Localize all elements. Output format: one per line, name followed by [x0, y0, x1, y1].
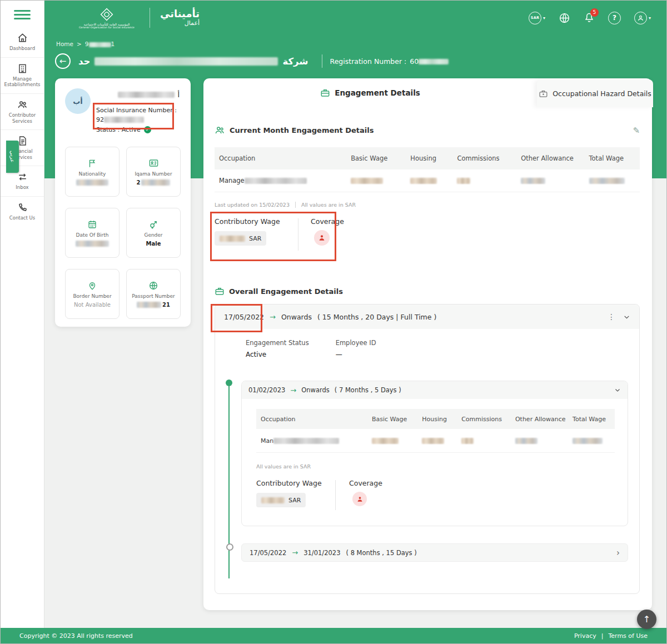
map-pin-icon — [87, 281, 97, 291]
tile-iqama-number: Iqama Number 2 — [126, 147, 181, 197]
kebab-menu-icon[interactable]: ⋮ — [608, 312, 615, 321]
engagement-period-header[interactable]: 17/05/2022 → Onwards ( 15 Months , 20 Da… — [215, 304, 639, 329]
col-total-wage: Total Wage — [585, 154, 640, 162]
sub-period-card-collapsed[interactable]: 17/05/2022 → 31/01/2023 ( 8 Months , 15 … — [241, 543, 628, 562]
overall-section-header: Overall Engagement Details — [215, 286, 640, 296]
arrow-right-icon: → — [292, 548, 298, 557]
gosi-logo-icon — [99, 7, 114, 22]
swap-arrows-icon — [17, 172, 28, 182]
sub-period-detail: ( 7 Months , 5 Days ) — [335, 386, 401, 394]
profile-tiles: Nationality Iqama Number 2 Date Of Birth — [65, 147, 181, 319]
currency-selector[interactable]: SAR ▾ — [529, 12, 545, 24]
period-start-date: 17/05/2022 — [224, 313, 264, 321]
top-header: المؤسسة العامة للتأمينات الاجتماعية Gene… — [44, 1, 667, 35]
coverage-icon — [314, 230, 330, 246]
engagement-status-block: Engagement Status Active Employee ID — — [246, 339, 376, 358]
back-button[interactable]: ← — [55, 53, 71, 69]
engagement-status-label: Engagement Status — [246, 339, 309, 347]
breadcrumb-home[interactable]: Home — [56, 41, 73, 47]
footer-links: Privacy | Terms of Use — [574, 632, 648, 640]
sidebar: Dashboard Manage Establishments Contribu… — [1, 1, 44, 629]
coverage-icon — [352, 492, 367, 506]
table-row: Man — [256, 429, 615, 453]
help-button[interactable]: ? — [608, 12, 621, 24]
gender-icon — [148, 219, 158, 229]
col-commissions: Commissions — [457, 416, 511, 423]
contributory-wage-value: SAR — [215, 231, 266, 246]
contributory-wage-block: Contributory Wage SAR Coverage — [215, 217, 344, 251]
col-other-allowance: Other Allowance — [516, 154, 584, 162]
tile-nationality: Nationality — [65, 147, 120, 197]
last-updated-note: Last updated on 15/02/2023 — [215, 202, 290, 208]
back-arrow-icon: ← — [59, 56, 67, 66]
language-switch-tab[interactable]: عربي — [6, 141, 19, 173]
briefcase-hazard-icon — [539, 89, 548, 98]
col-total-wage: Total Wage — [568, 416, 615, 423]
timeline-dot-past — [226, 543, 233, 551]
tab-occupational-hazard-details[interactable]: Occupational Hazard Details — [537, 79, 653, 107]
chevron-right-icon: › — [616, 548, 620, 558]
engagement-details-card: Engagement Details Current Month Engagem… — [203, 78, 652, 610]
brand-line2: أعمال — [160, 20, 200, 27]
briefcase-icon — [215, 286, 225, 296]
building-icon — [17, 63, 28, 74]
people-group-icon — [215, 125, 225, 136]
briefcase-icon — [320, 88, 330, 98]
col-basic-wage: Basic Wage — [367, 416, 417, 423]
tile-border-number: Border Number Not Available — [65, 269, 120, 319]
col-housing: Housing — [417, 416, 457, 423]
avatar: أب — [65, 88, 91, 114]
table-header: Occupation Basic Wage Housing Commission… — [215, 147, 640, 169]
page: المؤسسة العامة للتأمينات الاجتماعية Gene… — [0, 0, 667, 644]
gosi-logo[interactable]: المؤسسة العامة للتأمينات الاجتماعية Gene… — [74, 7, 140, 29]
chevron-down-icon[interactable] — [614, 387, 621, 393]
user-menu[interactable]: ▾ — [634, 12, 651, 24]
period-detail: ( 15 Months , 20 Days | Full Time ) — [317, 313, 436, 321]
edit-icon[interactable]: ✎ — [633, 126, 640, 136]
col-housing: Housing — [406, 154, 452, 162]
footer: Copyright © 2023 All rights reserved Pri… — [1, 628, 666, 643]
tile-gender: Gender Male — [126, 208, 181, 258]
col-occupation: Occupation — [256, 416, 367, 423]
employee-id-label: Employee ID — [336, 339, 376, 347]
sidebar-item-manage-establishments[interactable]: Manage Establishments — [1, 58, 44, 94]
sidebar-item-dashboard[interactable]: Dashboard — [1, 27, 44, 58]
copyright-text: Copyright © 2023 All rights reserved — [19, 632, 133, 640]
page-title-bar: ← شركة حد Registration Number : 60 — [55, 53, 449, 69]
language-globe-icon[interactable] — [559, 12, 570, 24]
contributory-wage-value: SAR — [256, 493, 306, 507]
col-other-allowance: Other Allowance — [511, 416, 568, 423]
table-footnotes: Last updated on 15/02/2023 All values ar… — [215, 202, 356, 208]
privacy-link[interactable]: Privacy — [574, 632, 596, 640]
terms-link[interactable]: Terms of Use — [608, 632, 648, 640]
chevron-down-icon[interactable] — [623, 313, 630, 321]
company-name: شركة حد — [78, 56, 308, 67]
calendar-icon — [87, 219, 97, 229]
sub-period-from: 17/05/2022 — [250, 549, 286, 557]
people-icon — [17, 99, 28, 110]
sub-period-header[interactable]: 01/02/2023 → Onwards ( 7 Months , 5 Days… — [242, 381, 628, 399]
contributory-wage-label: Contributory Wage — [256, 479, 322, 487]
scroll-to-top-button[interactable]: ↑ — [637, 610, 656, 629]
caret-down-icon: ▾ — [649, 16, 651, 21]
border-number-value: Not Available — [74, 302, 111, 308]
sidebar-item-contributor-services[interactable]: Contributor Services — [1, 94, 44, 130]
notifications-button[interactable]: 5 — [584, 12, 595, 24]
current-month-table: Occupation Basic Wage Housing Commission… — [215, 147, 640, 192]
arrow-right-icon: → — [270, 313, 276, 321]
breadcrumb-current: 91 — [85, 41, 115, 47]
col-occupation: Occupation — [215, 154, 346, 162]
status-badge: Status : Active ✓ — [96, 126, 151, 133]
sub-period-date: 01/02/2023 — [248, 386, 285, 394]
currency-label: SAR — [531, 16, 540, 20]
tab-engagement-details[interactable]: Engagement Details — [203, 78, 537, 107]
engagement-period-card: 17/05/2022 → Onwards ( 15 Months , 20 Da… — [215, 304, 640, 594]
sub-period-onwards: Onwards — [301, 386, 330, 394]
sidebar-item-contact-us[interactable]: Contact Us — [1, 197, 44, 227]
menu-toggle-button[interactable] — [14, 10, 31, 19]
brand-title: تأميناتي أعمال — [160, 8, 200, 27]
wage-divider — [298, 218, 298, 251]
tile-date-of-birth: Date Of Birth — [65, 208, 120, 258]
col-commissions: Commissions — [452, 154, 516, 162]
col-basic-wage: Basic Wage — [346, 154, 406, 162]
